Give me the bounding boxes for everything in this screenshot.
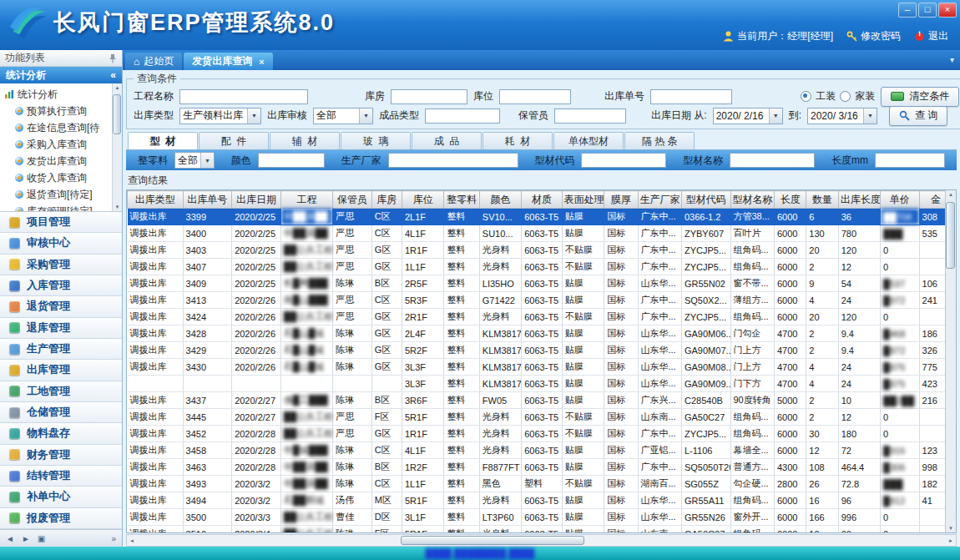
material-tab[interactable]: 型 材 bbox=[128, 132, 198, 149]
sidebar-section-statistics[interactable]: 统计分析 « bbox=[0, 67, 122, 83]
table-row[interactable]: 调拨出库35102020/3/4██公共工程陈琳F区5R1F整料光身料6063-… bbox=[128, 526, 953, 534]
scroll-left-icon[interactable]: ◄ bbox=[129, 538, 134, 543]
search-button[interactable]: 查 询 bbox=[889, 106, 947, 126]
audit-select[interactable]: 全部 ▼ bbox=[313, 108, 373, 124]
product-type-input[interactable] bbox=[425, 108, 500, 124]
pager-right-icon[interactable]: ► bbox=[22, 534, 30, 543]
sidebar-item[interactable]: 采购管理 bbox=[0, 255, 122, 275]
table-row[interactable]: 调拨出库34582020/2/28华█城███陈琳C区4L1F整料光身料6063… bbox=[128, 442, 953, 459]
location-input[interactable] bbox=[499, 89, 571, 104]
table-row[interactable]: 调拨出库34242020/2/26██公共工程严思G区2R1F整料光身料6063… bbox=[128, 309, 953, 325]
caret-down-icon[interactable]: ▼ bbox=[247, 108, 260, 124]
column-header[interactable]: 保管员 bbox=[333, 191, 371, 209]
pager-left-icon[interactable]: ◄ bbox=[6, 534, 14, 543]
column-header[interactable]: 出库单号 bbox=[183, 191, 232, 209]
close-button[interactable]: × bbox=[938, 3, 957, 18]
scroll-up-icon[interactable]: ▲ bbox=[115, 85, 120, 90]
table-row[interactable]: 调拨出库34942020/3/2石██辉城汤伟M区5R1F整料光身料6063-T… bbox=[128, 492, 953, 509]
sidebar-item[interactable]: 仓储管理 bbox=[0, 402, 122, 423]
table-row[interactable]: 调拨出库35002020/3/3██公共工程曹佳D区3L1F整料LT3P6060… bbox=[128, 509, 953, 526]
collapse-icon[interactable]: « bbox=[110, 69, 116, 81]
column-header[interactable]: 型材代码 bbox=[681, 191, 730, 209]
maximize-button[interactable]: □ bbox=[918, 3, 937, 18]
tab-shipment-outbound-query[interactable]: 发货出库查询 × bbox=[184, 53, 272, 70]
logout-button[interactable]: 退出 bbox=[914, 29, 948, 43]
material-tab[interactable]: 隔 热 条 bbox=[624, 132, 695, 149]
column-header[interactable]: 出库日期 bbox=[232, 191, 281, 209]
table-row[interactable]: 调拨出库34522020/2/28██公共工程严思G区1R1F整料光身料6063… bbox=[128, 426, 953, 442]
tree-item[interactable]: 库存管理[待定] bbox=[4, 203, 112, 212]
column-header[interactable]: 颜色 bbox=[479, 191, 521, 209]
sidebar-item[interactable]: 出库管理 bbox=[0, 360, 122, 381]
tree-item[interactable]: 预算执行查询 bbox=[4, 103, 112, 119]
sidebar-item[interactable]: 财务管理 bbox=[0, 445, 122, 466]
tree-item[interactable]: 采购入库查询 bbox=[4, 136, 112, 153]
tree-scrollbar-thumb[interactable] bbox=[113, 94, 121, 134]
table-row[interactable]: 3L3F整料KLM38176063-T5贴膜国标山东华...GA90M09...… bbox=[128, 376, 953, 392]
column-header[interactable]: 库位 bbox=[402, 191, 443, 209]
vertical-scrollbar-thumb[interactable] bbox=[946, 202, 955, 269]
table-row[interactable]: 调拨出库34372020/2/27佛█工███陈琳B区3R6F整料FW05606… bbox=[128, 392, 953, 409]
column-header[interactable]: 出库类型 bbox=[128, 191, 184, 209]
date-from-picker[interactable]: 2020/ 2/16 ▼ bbox=[713, 108, 783, 124]
date-to-picker[interactable]: 2020/ 3/16 ▼ bbox=[807, 108, 877, 124]
sidebar-item[interactable]: 补单中心 bbox=[0, 487, 122, 507]
pin-icon[interactable] bbox=[109, 53, 117, 63]
column-header[interactable]: 型材名称 bbox=[730, 191, 774, 209]
table-row[interactable]: 调拨出库34072020/2/25██公共工程严思G区1L1F整料光身料6063… bbox=[128, 259, 953, 275]
horizontal-scrollbar[interactable]: ◄ ► bbox=[126, 534, 957, 547]
table-row[interactable]: 调拨出库34292020/2/26石█山█城陈琳G区5R2F整料KLM38176… bbox=[128, 342, 953, 359]
caret-down-icon[interactable]: ▼ bbox=[769, 108, 782, 124]
scroll-down-icon[interactable]: ▼ bbox=[948, 526, 953, 531]
column-header[interactable]: 单价 bbox=[881, 191, 919, 209]
column-header[interactable]: 库房 bbox=[371, 191, 402, 209]
column-header[interactable]: 生产厂家 bbox=[638, 191, 681, 209]
material-tab[interactable]: 耗 材 bbox=[483, 132, 553, 149]
column-header[interactable]: 材质 bbox=[522, 191, 562, 209]
sidebar-item[interactable]: 入库管理 bbox=[0, 275, 122, 296]
table-row[interactable]: 调拨出库34632020/2/28华██源██陈琳B区1R2F整料F8877FT… bbox=[128, 459, 953, 476]
more-icon[interactable]: » bbox=[111, 534, 116, 543]
material-tab[interactable]: 玻 璃 bbox=[341, 132, 411, 149]
tree-item[interactable]: 发货出库查询 bbox=[4, 153, 112, 169]
material-tab[interactable]: 辅 材 bbox=[270, 132, 340, 149]
tab-close-icon[interactable]: × bbox=[259, 57, 264, 67]
profile-code-input[interactable] bbox=[581, 153, 666, 168]
tree-item[interactable]: 收货入库查询 bbox=[4, 169, 112, 186]
sidebar-item[interactable]: 项目管理 bbox=[0, 212, 122, 233]
sidebar-item[interactable]: 物料盘存 bbox=[0, 423, 122, 444]
sidebar-item[interactable]: 结转管理 bbox=[0, 466, 122, 487]
column-header[interactable]: 整零料 bbox=[444, 191, 479, 209]
sidebar-item[interactable]: 退库管理 bbox=[0, 318, 122, 339]
material-tab[interactable]: 单体型材 bbox=[553, 132, 624, 149]
column-header[interactable]: 出库长度 bbox=[838, 191, 880, 209]
table-row[interactable]: 调拨出库34032020/2/25██公共工程严思G区1R1F整料光身料6063… bbox=[128, 242, 953, 259]
sidebar-item[interactable]: 退货管理 bbox=[0, 296, 122, 317]
tree-item[interactable]: 在途信息查询[待 bbox=[4, 119, 112, 136]
table-row[interactable]: 调拨出库34932020/3/2华██源██陈琳C区1L1F整料黑色塑料不贴膜国… bbox=[128, 476, 953, 492]
clear-conditions-button[interactable]: 清空条件 bbox=[881, 87, 959, 107]
keeper-input[interactable] bbox=[554, 108, 626, 124]
sidebar-item[interactable]: 工地管理 bbox=[0, 381, 122, 402]
tree-item[interactable]: 退货查询[待定] bbox=[4, 186, 112, 203]
column-header[interactable]: 膜厚 bbox=[604, 191, 638, 209]
sidebar-item[interactable]: 审核中心 bbox=[0, 233, 122, 254]
length-input[interactable] bbox=[875, 153, 945, 168]
monitor-icon[interactable]: ▣ bbox=[38, 534, 45, 543]
scroll-right-icon[interactable]: ► bbox=[948, 538, 953, 543]
color-input[interactable] bbox=[258, 153, 325, 168]
whole-part-select[interactable]: 全部 ▼ bbox=[174, 152, 215, 169]
sidebar-item[interactable]: 报废管理 bbox=[0, 508, 122, 529]
table-row[interactable]: 调拨出库34452020/2/27██公共工程严思F区5R1F整料光身料6063… bbox=[128, 409, 953, 426]
radio-gongzhuang[interactable] bbox=[801, 91, 811, 102]
table-row[interactable]: 调拨出库34132020/2/26南█山███严思C区5R3F整料G714226… bbox=[128, 292, 953, 309]
table-row[interactable]: 调拨出库33992020/2/25华██源██严思C区2L1F整料SV10...… bbox=[128, 209, 953, 225]
profile-name-input[interactable] bbox=[730, 153, 815, 168]
scroll-down-icon[interactable]: ▼ bbox=[115, 204, 120, 209]
table-row[interactable]: 调拨出库34092020/2/25长█网███陈琳B区2R5F整料LI35HO6… bbox=[128, 275, 953, 292]
change-password-button[interactable]: 修改密码 bbox=[846, 29, 901, 43]
table-row[interactable]: 调拨出库34002020/2/25华██源██严思C区4L1F整料SU10...… bbox=[128, 225, 953, 242]
caret-down-icon[interactable]: ▼ bbox=[359, 108, 372, 124]
tree-root-statistics[interactable]: 统计分析 bbox=[4, 86, 112, 103]
material-tab[interactable]: 成 品 bbox=[412, 132, 482, 149]
